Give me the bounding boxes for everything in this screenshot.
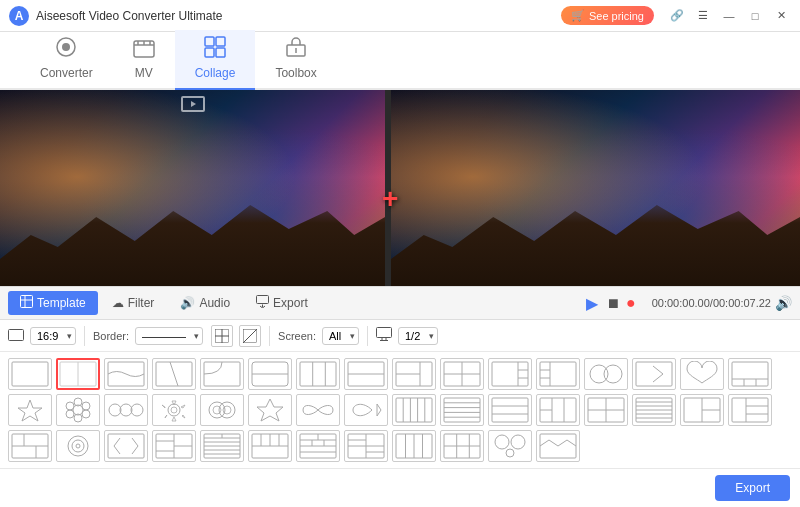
pattern-diagonal-button[interactable] [239,325,261,347]
template-vstripes-5[interactable] [392,394,436,426]
svg-point-117 [72,440,84,452]
screen-select-wrapper[interactable]: All 1 2 [322,327,359,345]
template-circles-3[interactable] [104,394,148,426]
border-select-wrapper[interactable]: ———— – – – ··· [135,327,203,345]
template-puzzle[interactable] [8,430,52,462]
template-hstripes-8[interactable] [296,430,340,462]
template-arrow-r[interactable] [632,358,676,390]
template-mixed-3h[interactable] [488,394,532,426]
template-mixed-5h[interactable] [248,430,292,462]
search-button[interactable]: 🔗 [666,5,688,27]
collage-tab-audio[interactable]: 🔊 Audio [168,292,242,314]
template-hstripes-7[interactable] [200,430,244,462]
add-clip-button[interactable]: + [382,183,800,215]
svg-rect-16 [9,329,24,340]
border-select[interactable]: ———— – – – ··· [135,327,203,345]
tab-toolbox-label: Toolbox [275,66,316,80]
pattern-grid-button[interactable] [211,325,233,347]
pricing-label: See pricing [589,10,644,22]
filter-tab-label: Filter [128,296,155,310]
svg-rect-35 [300,362,336,386]
template-rounded-2h[interactable] [248,358,292,390]
template-grid-4[interactable] [440,358,484,390]
template-split-v-2[interactable] [56,358,100,390]
template-banner-b[interactable] [728,358,772,390]
display-icon [376,327,392,345]
aspect-ratio-select[interactable]: 16:9 4:3 1:1 [30,327,76,345]
screen-select[interactable]: All 1 2 [322,327,359,345]
template-grid-6[interactable] [440,430,484,462]
template-vstripes-4[interactable] [392,430,436,462]
template-cross[interactable] [584,394,628,426]
separator-1 [84,326,85,346]
template-mixed-5v[interactable] [152,430,196,462]
template-banner-l[interactable] [536,358,580,390]
pricing-icon: 🛒 [571,9,585,22]
template-arrow-lr[interactable] [104,430,148,462]
template-t-layout[interactable] [392,358,436,390]
template-circles-4[interactable] [488,430,532,462]
window-controls: 🔗 ☰ — □ ✕ [666,5,792,27]
svg-point-116 [68,436,88,456]
template-split-2h[interactable] [344,358,388,390]
template-rings-2[interactable] [200,394,244,426]
svg-rect-8 [216,48,225,57]
minimize-button[interactable]: — [718,5,740,27]
play-button[interactable]: ▶ [584,292,600,315]
svg-rect-79 [396,398,432,422]
template-wave-2h[interactable] [104,358,148,390]
template-butterfly[interactable] [296,394,340,426]
toolbox-icon [285,36,307,63]
tab-mv[interactable]: MV [113,34,175,90]
record-indicator: ● [626,294,636,312]
tab-collage[interactable]: Collage [175,30,256,90]
template-flower[interactable] [56,394,100,426]
collage-tab-filter[interactable]: ☁ Filter [100,292,167,314]
template-fish[interactable] [344,394,388,426]
display-select-wrapper[interactable]: 1/2 1/1 [398,327,438,345]
app-title: Aiseesoft Video Converter Ultimate [36,9,561,23]
svg-point-159 [506,449,514,457]
svg-point-158 [511,435,525,449]
svg-rect-6 [216,37,225,46]
template-tab-icon [20,295,33,311]
tab-converter[interactable]: Converter [20,30,113,90]
video-section: + [0,90,800,307]
stop-button[interactable]: ⏹ [604,293,622,313]
close-button[interactable]: ✕ [770,5,792,27]
volume-icon[interactable]: 🔊 [775,295,792,311]
display-select[interactable]: 1/2 1/1 [398,327,438,345]
svg-rect-11 [21,296,33,308]
collage-icon [204,36,226,63]
template-heart-2[interactable] [680,358,724,390]
template-circles-rings[interactable] [56,430,100,462]
template-hstripes-6[interactable] [632,394,676,426]
pricing-button[interactable]: 🛒 See pricing [561,6,654,25]
template-diagonal[interactable] [152,358,196,390]
template-thirds-v[interactable] [296,358,340,390]
template-corner-4[interactable] [344,430,388,462]
maximize-button[interactable]: □ [744,5,766,27]
template-star[interactable] [8,394,52,426]
svg-point-3 [62,43,70,51]
svg-rect-46 [492,362,528,386]
aspect-ratio-select-wrapper[interactable]: 16:9 4:3 1:1 [30,327,76,345]
template-mixed-3v[interactable] [536,394,580,426]
export-button[interactable]: Export [715,475,790,501]
template-star6[interactable] [248,394,292,426]
collage-tab-template[interactable]: Template [8,291,98,315]
tab-toolbox[interactable]: Toolbox [255,30,336,90]
svg-line-31 [170,362,178,386]
separator-2 [269,326,270,346]
template-curved-l[interactable] [200,358,244,390]
template-single[interactable] [8,358,52,390]
template-gear[interactable] [152,394,196,426]
template-zigzag[interactable] [536,430,580,462]
template-mixed-4[interactable] [728,394,772,426]
template-hstripes-5[interactable] [440,394,484,426]
template-banner-r[interactable] [488,358,532,390]
menu-button[interactable]: ☰ [692,5,714,27]
collage-tab-export[interactable]: Export [244,291,320,315]
template-corner-3[interactable] [680,394,724,426]
template-circles-2[interactable] [584,358,628,390]
